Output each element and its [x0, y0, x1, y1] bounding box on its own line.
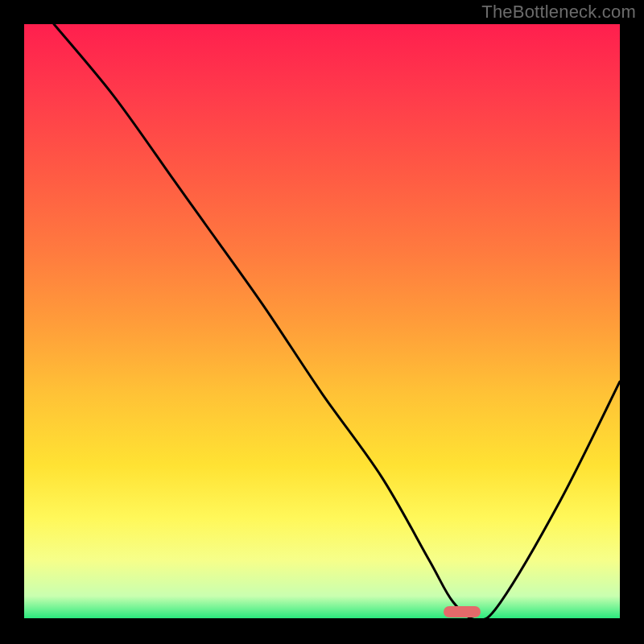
watermark-text: TheBottleneck.com [481, 2, 636, 23]
bottleneck-plot [24, 24, 620, 620]
optimal-marker [444, 606, 481, 617]
gradient-background [24, 24, 620, 620]
chart-frame: TheBottleneck.com [0, 0, 644, 644]
